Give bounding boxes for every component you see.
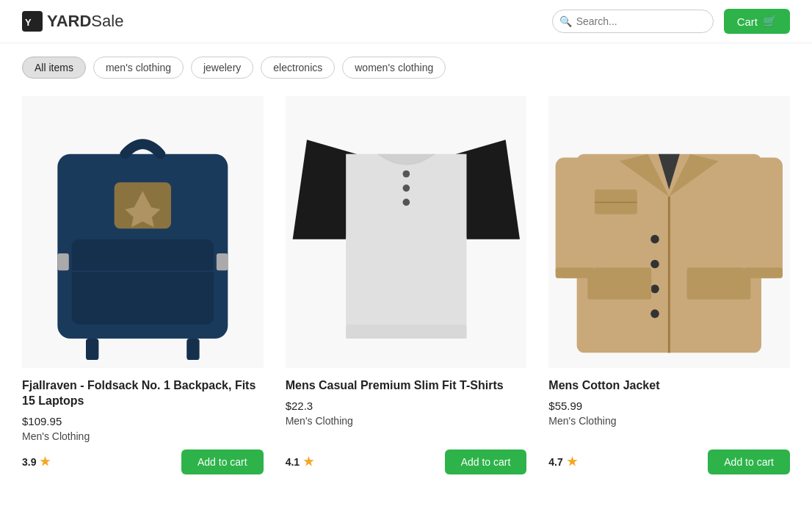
logo: Y YARD Sale (22, 11, 123, 32)
logo-yard-text: YARD (47, 12, 91, 31)
product-rating-p2: 4.1 ★ (286, 455, 313, 469)
filter-btn-jewelery[interactable]: jewelery (191, 57, 253, 79)
star-icon-p1: ★ (40, 455, 50, 469)
add-to-cart-button-p3[interactable]: Add to cart (708, 449, 790, 474)
product-footer-p2: 4.1 ★ Add to cart (286, 449, 527, 474)
product-rating-p3: 4.7 ★ (548, 455, 576, 469)
svg-rect-36 (556, 267, 595, 278)
filter-btn-all[interactable]: All items (22, 57, 86, 79)
product-price-p2: $22.3 (286, 400, 527, 412)
svg-point-31 (651, 309, 660, 318)
product-footer-p3: 4.7 ★ Add to cart (548, 449, 790, 474)
search-input[interactable] (552, 10, 714, 33)
svg-rect-33 (687, 267, 751, 299)
svg-point-16 (402, 170, 410, 178)
cart-label: Cart (737, 15, 758, 28)
svg-rect-11 (217, 253, 228, 270)
product-image-p2 (286, 96, 527, 368)
product-card-p3: Mens Cotton Jacket $55.99 Men's Clothing… (548, 96, 790, 474)
svg-rect-35 (744, 158, 783, 278)
svg-rect-9 (186, 339, 199, 360)
svg-rect-15 (346, 154, 466, 339)
svg-rect-32 (587, 267, 651, 299)
product-category-p2: Men's Clothing (286, 415, 527, 427)
svg-rect-8 (86, 339, 98, 360)
logo-icon: Y (22, 11, 43, 32)
svg-rect-19 (346, 325, 466, 339)
svg-point-17 (402, 184, 410, 192)
filter-bar: All itemsmen's clothingjeweleryelectroni… (0, 43, 812, 89)
product-footer-p1: 3.9 ★ Add to cart (22, 449, 264, 474)
product-category-p1: Men's Clothing (22, 430, 264, 442)
product-title-p1: Fjallraven - Foldsack No. 1 Backpack, Fi… (22, 378, 264, 409)
filter-btn-mens-clothing[interactable]: men's clothing (93, 57, 184, 79)
star-icon-p3: ★ (567, 455, 577, 469)
filter-btn-womens-clothing[interactable]: women's clothing (342, 57, 446, 79)
svg-point-30 (651, 285, 660, 294)
svg-rect-10 (57, 253, 68, 270)
cart-icon: 🛒 (763, 15, 777, 28)
search-icon: 🔍 (559, 15, 572, 27)
logo-sale-text: Sale (91, 12, 123, 31)
search-wrapper: 🔍 (552, 10, 714, 33)
product-category-p3: Men's Clothing (548, 415, 790, 427)
rating-value-p2: 4.1 (286, 456, 300, 468)
product-price-p1: $109.95 (22, 415, 264, 427)
product-card-p1: Fjallraven - Foldsack No. 1 Backpack, Fi… (22, 96, 264, 474)
product-card-p2: Mens Casual Premium Slim Fit T-Shirts $2… (286, 96, 527, 474)
product-rating-p1: 3.9 ★ (22, 455, 50, 469)
add-to-cart-button-p1[interactable]: Add to cart (181, 449, 264, 474)
svg-point-28 (651, 235, 660, 244)
product-image-p1 (22, 96, 264, 368)
add-to-cart-button-p2[interactable]: Add to cart (445, 449, 527, 474)
star-icon-p2: ★ (303, 455, 313, 469)
rating-value-p1: 3.9 (22, 456, 36, 468)
svg-rect-4 (72, 239, 214, 325)
svg-text:Y: Y (25, 17, 32, 28)
product-price-p3: $55.99 (548, 400, 790, 412)
svg-point-29 (651, 260, 660, 269)
filter-btn-electronics[interactable]: electronics (261, 57, 335, 79)
product-title-p2: Mens Casual Premium Slim Fit T-Shirts (286, 378, 527, 394)
rating-value-p3: 4.7 (548, 456, 562, 468)
site-header: Y YARD Sale 🔍 Cart 🛒 (0, 0, 812, 43)
cart-button[interactable]: Cart 🛒 (724, 9, 790, 34)
svg-point-18 (402, 199, 410, 206)
product-image-p3 (548, 96, 790, 368)
header-right: 🔍 Cart 🛒 (552, 9, 790, 34)
product-grid: Fjallraven - Foldsack No. 1 Backpack, Fi… (0, 89, 812, 504)
product-title-p3: Mens Cotton Jacket (548, 378, 790, 394)
svg-rect-34 (556, 158, 595, 278)
svg-rect-37 (744, 267, 783, 278)
